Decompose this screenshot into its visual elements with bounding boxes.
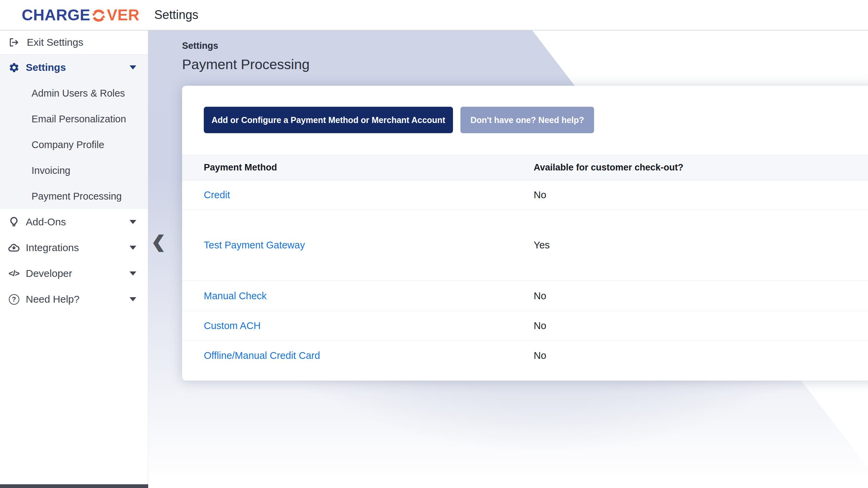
payment-method-link[interactable]: Credit xyxy=(204,189,230,200)
sidebar-item-email-personalization[interactable]: Email Personalization xyxy=(0,106,148,132)
payment-methods-table: Payment Method Available for customer ch… xyxy=(182,155,868,370)
sidebar-item-payment-processing[interactable]: Payment Processing xyxy=(0,183,148,209)
available-value: No xyxy=(534,189,868,201)
chevron-down-icon xyxy=(130,246,136,250)
available-value: No xyxy=(534,320,868,331)
available-value: Yes xyxy=(534,240,868,251)
help-circle-icon: ? xyxy=(8,294,20,305)
sidebar-item-exit-settings[interactable]: Exit Settings xyxy=(0,30,148,55)
sidebar-collapse-icon[interactable]: ❮ xyxy=(152,234,165,250)
page-title: Payment Processing xyxy=(182,57,310,73)
table-row: Offline/Manual Credit Card No xyxy=(182,341,868,370)
sidebar-group-add-ons[interactable]: Add-Ons xyxy=(0,209,148,235)
breadcrumb: Settings xyxy=(182,41,310,51)
sidebar-group-label: Need Help? xyxy=(26,293,130,305)
sidebar-item-invoicing[interactable]: Invoicing xyxy=(0,158,148,183)
need-help-button[interactable]: Don't have one? Need help? xyxy=(460,107,594,133)
payment-method-link[interactable]: Offline/Manual Credit Card xyxy=(204,350,320,361)
gear-icon xyxy=(8,62,20,73)
payment-method-link[interactable]: Test Payment Gateway xyxy=(204,240,305,250)
add-payment-method-button[interactable]: Add or Configure a Payment Method or Mer… xyxy=(204,107,453,133)
table-row: Custom ACH No xyxy=(182,311,868,341)
code-icon: </> xyxy=(8,269,20,278)
payment-method-link[interactable]: Custom ACH xyxy=(204,320,261,331)
settings-sidebar: Exit Settings Settings Admin Users & Rol… xyxy=(0,30,148,488)
logo-text-charge: CHARGE xyxy=(22,6,90,24)
sidebar-group-integrations[interactable]: Integrations xyxy=(0,235,148,261)
main-content: ❮ Settings Payment Processing Add or Con… xyxy=(148,30,868,488)
logout-icon xyxy=(8,37,20,48)
available-value: No xyxy=(534,350,868,361)
table-row: Credit No xyxy=(182,180,868,210)
chevron-down-icon xyxy=(130,271,136,276)
chevron-down-icon xyxy=(130,65,136,69)
chargeover-logo[interactable]: CHARGE VER xyxy=(22,0,139,30)
sidebar-item-admin-users-roles[interactable]: Admin Users & Roles xyxy=(0,80,148,106)
settings-section: Settings Admin Users & Roles Email Perso… xyxy=(0,55,148,209)
chevron-down-icon xyxy=(130,220,136,224)
logo-text-ver: VER xyxy=(107,6,139,24)
table-row: Manual Check No xyxy=(182,281,868,311)
column-header-payment-method: Payment Method xyxy=(182,162,534,173)
sidebar-item-label: Exit Settings xyxy=(27,37,83,48)
available-value: No xyxy=(534,290,868,302)
table-header-row: Payment Method Available for customer ch… xyxy=(182,155,868,180)
page-header: Settings Payment Processing xyxy=(182,41,310,73)
table-row: Test Payment Gateway Yes xyxy=(182,210,868,281)
payment-method-link[interactable]: Manual Check xyxy=(204,290,267,301)
sidebar-group-label: Settings xyxy=(26,62,130,73)
column-header-available: Available for customer check-out? xyxy=(534,162,868,173)
sidebar-group-need-help[interactable]: ? Need Help? xyxy=(0,286,148,312)
sidebar-group-developer[interactable]: </> Developer xyxy=(0,261,148,286)
lightbulb-icon xyxy=(8,216,20,228)
card-actions: Add or Configure a Payment Method or Mer… xyxy=(204,107,594,133)
sidebar-group-settings[interactable]: Settings xyxy=(0,55,148,80)
sidebar-group-label: Integrations xyxy=(26,242,130,253)
payment-processing-card: Add or Configure a Payment Method or Mer… xyxy=(182,86,868,381)
logo-sync-o-icon xyxy=(91,8,106,23)
sidebar-group-label: Add-Ons xyxy=(26,216,130,228)
app-title: Settings xyxy=(154,0,198,30)
cloud-download-icon xyxy=(8,243,20,253)
chevron-down-icon xyxy=(130,297,136,301)
sidebar-group-label: Developer xyxy=(26,268,130,279)
top-bar: CHARGE VER Settings xyxy=(0,0,868,30)
horizontal-scrollbar-thumb[interactable] xyxy=(0,484,148,488)
sidebar-item-company-profile[interactable]: Company Profile xyxy=(0,132,148,158)
